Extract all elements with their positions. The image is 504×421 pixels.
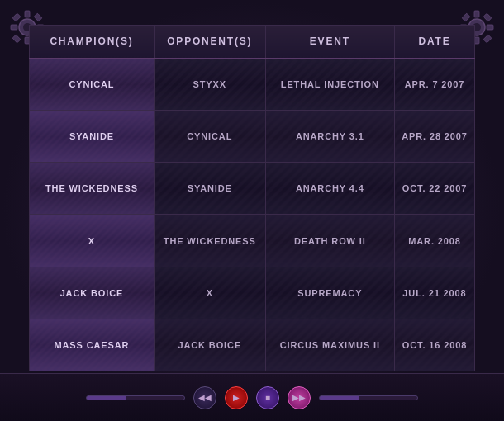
cell-event: LETHAL INJECTION <box>265 59 394 111</box>
rewind-button[interactable]: ◀◀ <box>193 386 216 409</box>
header-date: DATE <box>394 26 474 59</box>
svg-rect-16 <box>462 13 470 21</box>
cell-date: JUL. 21 2008 <box>394 267 474 319</box>
play-button[interactable]: ▶ <box>225 386 248 409</box>
cell-opponent: THE WICKEDNESS <box>154 215 265 267</box>
cell-date: APR. 7 2007 <box>394 59 474 111</box>
cell-date: APR. 28 2007 <box>394 111 474 163</box>
cell-champion: X <box>30 215 155 267</box>
fast-forward-button[interactable]: ▶▶ <box>288 386 311 409</box>
cell-opponent: X <box>154 267 265 319</box>
cell-opponent: SYANIDE <box>154 163 265 215</box>
cell-opponent: CYNICAL <box>154 111 265 163</box>
cell-champion: SYANIDE <box>30 111 155 163</box>
svg-rect-2 <box>25 11 30 17</box>
table-row: XTHE WICKEDNESSDEATH ROW IIMAR. 2008 <box>30 215 475 267</box>
svg-rect-7 <box>34 13 42 21</box>
cell-opponent: JACK BOICE <box>154 319 265 371</box>
table-row: MASS CAESARJACK BOICECIRCUS MAXIMUS IIOC… <box>30 319 475 371</box>
cell-champion: JACK BOICE <box>30 267 155 319</box>
history-table-container: CHAMPION(S) OPPONENT(S) EVENT DATE CYNIC… <box>29 25 475 371</box>
stop-button[interactable]: ■ <box>256 386 279 409</box>
header-event: EVENT <box>265 26 394 59</box>
svg-rect-6 <box>12 13 21 21</box>
table-row: CYNICALSTYXXLETHAL INJECTIONAPR. 7 2007 <box>30 59 475 111</box>
svg-rect-4 <box>11 25 17 30</box>
svg-rect-12 <box>474 11 479 17</box>
cell-date: OCT. 16 2008 <box>394 319 474 371</box>
svg-rect-8 <box>12 35 21 43</box>
cell-event: SUPREMACY <box>265 267 394 319</box>
svg-rect-17 <box>483 13 492 21</box>
cell-event: CIRCUS MAXIMUS II <box>265 319 394 371</box>
svg-rect-19 <box>483 35 492 43</box>
cell-champion: CYNICAL <box>30 59 155 111</box>
volume-slider[interactable] <box>319 395 418 400</box>
history-table: CHAMPION(S) OPPONENT(S) EVENT DATE CYNIC… <box>29 25 475 371</box>
media-controls: ◀◀ ▶ ■ ▶▶ <box>0 373 504 421</box>
cell-event: ANARCHY 3.1 <box>265 111 394 163</box>
cell-event: ANARCHY 4.4 <box>265 163 394 215</box>
header-opponent: OPPONENT(S) <box>154 26 265 59</box>
cell-event: DEATH ROW II <box>265 215 394 267</box>
progress-slider[interactable] <box>86 395 185 400</box>
table-row: JACK BOICEXSUPREMACYJUL. 21 2008 <box>30 267 475 319</box>
cell-date: MAR. 2008 <box>394 215 474 267</box>
table-row: SYANIDECYNICALANARCHY 3.1APR. 28 2007 <box>30 111 475 163</box>
svg-rect-15 <box>487 25 493 30</box>
cell-date: OCT. 22 2007 <box>394 163 474 215</box>
header-champion: CHAMPION(S) <box>30 26 155 59</box>
cell-opponent: STYXX <box>154 59 265 111</box>
cell-champion: THE WICKEDNESS <box>30 163 155 215</box>
cell-champion: MASS CAESAR <box>30 319 155 371</box>
table-row: THE WICKEDNESSSYANIDEANARCHY 4.4OCT. 22 … <box>30 163 475 215</box>
